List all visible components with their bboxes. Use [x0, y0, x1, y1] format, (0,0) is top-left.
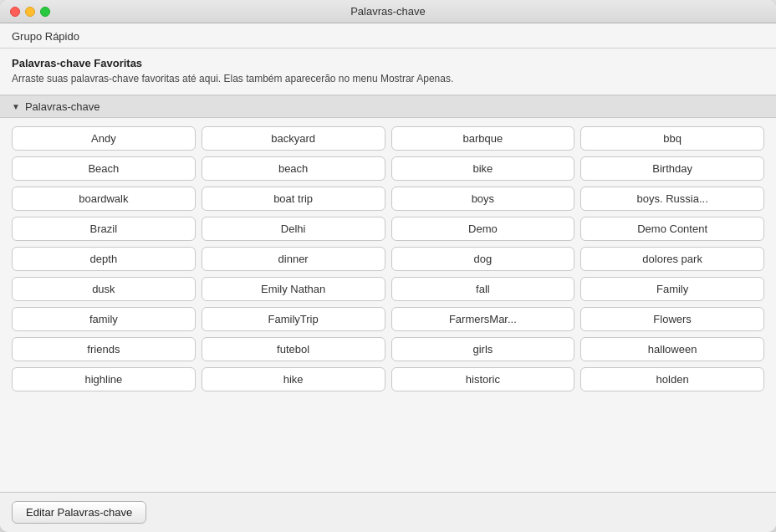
- keyword-tag[interactable]: Beach: [12, 156, 196, 181]
- grupo-rapido-section: Grupo Rápido: [0, 23, 776, 49]
- keyword-tag[interactable]: Andy: [12, 126, 196, 151]
- keyword-tag[interactable]: boat trip: [202, 187, 385, 211]
- keyword-tag[interactable]: backyard: [202, 126, 385, 151]
- keywords-grid: AndybackyardbarbquebbqBeachbeachbikeBirt…: [12, 126, 764, 391]
- keyword-tag[interactable]: bbq: [580, 126, 764, 151]
- keyword-tag[interactable]: dolores park: [580, 247, 764, 271]
- favoritas-section: Palavras-chave Favoritas Arraste suas pa…: [0, 49, 776, 95]
- keyword-tag[interactable]: Emily Nathan: [202, 277, 385, 301]
- keyword-tag[interactable]: friends: [12, 337, 196, 361]
- footer: Editar Palavras-chave: [0, 492, 776, 532]
- keyword-tag[interactable]: Delhi: [202, 217, 385, 241]
- keyword-tag[interactable]: holden: [580, 367, 764, 391]
- keywords-grid-container: AndybackyardbarbquebbqBeachbeachbikeBirt…: [0, 118, 776, 492]
- content-area: Grupo Rápido Palavras-chave Favoritas Ar…: [0, 23, 776, 532]
- keyword-tag[interactable]: bike: [391, 156, 575, 181]
- keyword-tag[interactable]: fall: [391, 277, 575, 301]
- keyword-tag[interactable]: depth: [12, 247, 196, 271]
- keyword-tag[interactable]: family: [12, 307, 196, 331]
- keyword-tag[interactable]: dinner: [202, 247, 385, 271]
- keyword-tag[interactable]: futebol: [202, 337, 385, 361]
- keyword-tag[interactable]: dog: [391, 247, 575, 271]
- favoritas-title: Palavras-chave Favoritas: [12, 57, 764, 69]
- keyword-tag[interactable]: FarmersMar...: [391, 307, 575, 331]
- keyword-tag[interactable]: Brazil: [12, 217, 196, 241]
- keyword-tag[interactable]: FamilyTrip: [202, 307, 385, 331]
- keyword-tag[interactable]: beach: [202, 156, 385, 181]
- keyword-tag[interactable]: halloween: [580, 337, 764, 361]
- keyword-tag[interactable]: historic: [391, 367, 575, 391]
- traffic-lights: [10, 7, 50, 17]
- keyword-tag[interactable]: Demo: [391, 217, 575, 241]
- keyword-tag[interactable]: hike: [202, 367, 385, 391]
- window-title: Palavras-chave: [350, 5, 426, 18]
- maximize-button[interactable]: [40, 7, 50, 17]
- keyword-tag[interactable]: barbque: [391, 126, 575, 151]
- minimize-button[interactable]: [25, 7, 35, 17]
- keyword-tag[interactable]: boardwalk: [12, 187, 196, 211]
- main-window: Palavras-chave Grupo Rápido Palavras-cha…: [0, 0, 776, 532]
- keyword-tag[interactable]: Birthday: [580, 156, 764, 181]
- grupo-rapido-label: Grupo Rápido: [12, 30, 79, 43]
- keyword-tag[interactable]: Flowers: [580, 307, 764, 331]
- close-button[interactable]: [10, 7, 20, 17]
- keyword-tag[interactable]: Family: [580, 277, 764, 301]
- keyword-tag[interactable]: girls: [391, 337, 575, 361]
- keyword-tag[interactable]: dusk: [12, 277, 196, 301]
- keyword-tag[interactable]: boys. Russia...: [580, 187, 764, 211]
- keywords-section-label: Palavras-chave: [25, 100, 100, 113]
- chevron-down-icon: ▼: [12, 102, 20, 111]
- keyword-tag[interactable]: highline: [12, 367, 196, 391]
- edit-keywords-button[interactable]: Editar Palavras-chave: [12, 501, 146, 524]
- keyword-tag[interactable]: boys: [391, 187, 575, 211]
- keywords-header[interactable]: ▼ Palavras-chave: [0, 95, 776, 118]
- favoritas-description: Arraste suas palavras-chave favoritas at…: [12, 72, 764, 86]
- keyword-tag[interactable]: Demo Content: [580, 217, 764, 241]
- title-bar: Palavras-chave: [0, 0, 776, 23]
